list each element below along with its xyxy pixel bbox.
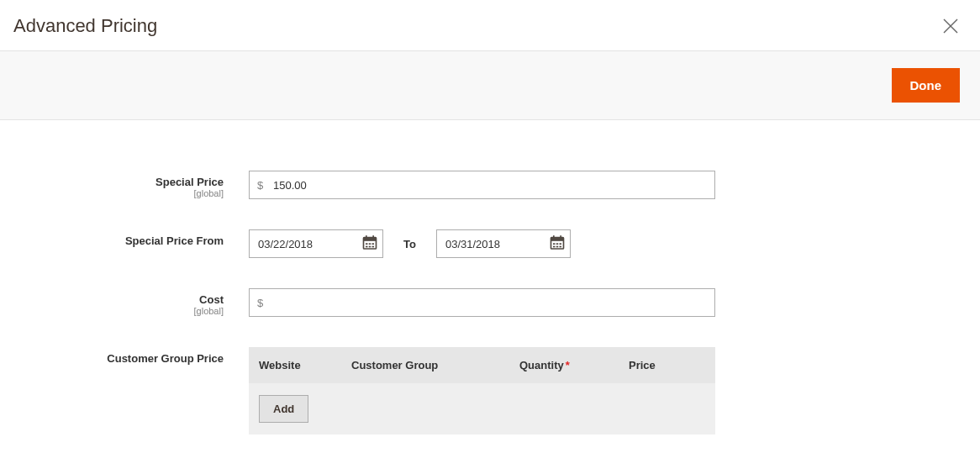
special-price-from-label: Special Price From <box>125 234 224 247</box>
col-website: Website <box>259 359 351 371</box>
currency-symbol: $ <box>257 297 263 309</box>
svg-rect-21 <box>559 246 561 248</box>
customer-group-price-row: Customer Group Price Website Customer Gr… <box>47 347 777 435</box>
customer-group-price-label-col: Customer Group Price <box>47 347 249 365</box>
col-customer-group: Customer Group <box>351 359 519 371</box>
cost-label-col: Cost [global] <box>47 288 249 316</box>
calendar-icon[interactable] <box>361 234 378 254</box>
svg-rect-18 <box>559 243 561 245</box>
form-area: Special Price [global] $ Special Price F… <box>34 120 790 453</box>
svg-rect-11 <box>372 246 375 248</box>
special-price-label: Special Price <box>155 176 224 188</box>
special-price-dates-field: To <box>249 229 777 258</box>
svg-rect-19 <box>553 246 556 248</box>
svg-rect-13 <box>551 238 563 241</box>
svg-rect-17 <box>556 243 559 245</box>
date-row: To <box>249 229 777 258</box>
required-star-icon: * <box>566 359 570 371</box>
done-button[interactable]: Done <box>892 68 961 103</box>
special-price-from-label-col: Special Price From <box>47 229 249 247</box>
currency-symbol: $ <box>257 179 263 192</box>
customer-group-price-label: Customer Group Price <box>107 352 224 365</box>
customer-group-table: Website Customer Group Quantity* Price A… <box>249 347 715 435</box>
customer-group-price-field: Website Customer Group Quantity* Price A… <box>249 347 777 435</box>
customer-group-table-head: Website Customer Group Quantity* Price <box>249 347 715 383</box>
to-date-wrap <box>436 229 571 258</box>
svg-rect-16 <box>553 243 556 245</box>
special-price-from-row: Special Price From To <box>47 229 777 258</box>
svg-rect-5 <box>372 235 374 239</box>
cost-row: Cost [global] $ <box>47 288 777 317</box>
cost-scope: [global] <box>47 306 224 316</box>
cost-input-wrap: $ <box>249 288 715 317</box>
col-quantity: Quantity* <box>519 359 629 371</box>
svg-rect-6 <box>366 243 368 245</box>
svg-rect-9 <box>366 246 368 248</box>
svg-rect-7 <box>369 243 371 245</box>
calendar-icon[interactable] <box>549 234 566 254</box>
svg-rect-4 <box>366 235 367 239</box>
from-date-wrap <box>249 229 383 258</box>
advanced-pricing-modal: Advanced Pricing Done Special Price [glo… <box>0 0 980 453</box>
to-label: To <box>398 238 421 250</box>
modal-title: Advanced Pricing <box>13 15 157 37</box>
modal-header: Advanced Pricing <box>0 0 980 50</box>
special-price-label-col: Special Price [global] <box>47 171 249 198</box>
special-price-input[interactable] <box>249 171 715 199</box>
col-price: Price <box>629 359 705 371</box>
cost-field: $ <box>249 288 777 317</box>
customer-group-table-body: Add <box>249 383 715 435</box>
special-price-field: $ <box>249 171 777 199</box>
svg-rect-20 <box>556 246 559 248</box>
action-bar: Done <box>0 50 980 120</box>
col-quantity-label: Quantity <box>519 359 564 371</box>
special-price-scope: [global] <box>47 188 224 198</box>
close-icon[interactable] <box>935 15 967 39</box>
svg-rect-14 <box>553 235 555 239</box>
svg-rect-10 <box>369 246 371 248</box>
special-price-row: Special Price [global] $ <box>47 171 777 199</box>
svg-rect-15 <box>560 235 561 239</box>
add-button[interactable]: Add <box>259 395 308 423</box>
cost-input[interactable] <box>249 288 715 317</box>
cost-label: Cost <box>199 293 224 306</box>
svg-rect-3 <box>364 238 377 241</box>
special-price-input-wrap: $ <box>249 171 715 199</box>
svg-rect-8 <box>372 243 375 245</box>
